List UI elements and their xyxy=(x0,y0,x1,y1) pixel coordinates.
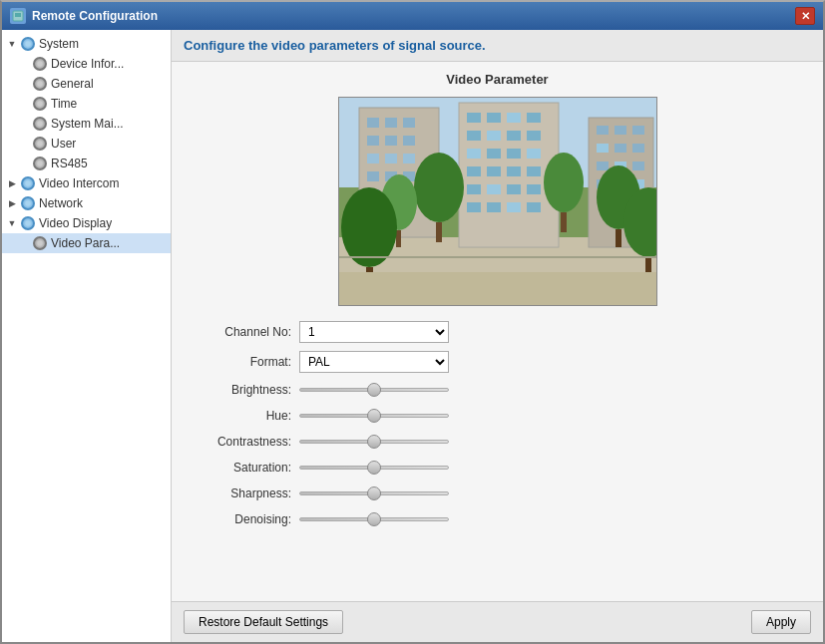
svg-rect-41 xyxy=(527,184,541,194)
slider-label-saturation: Saturation: xyxy=(192,461,291,475)
format-label: Format: xyxy=(192,355,291,369)
slider-label-brightness: Brightness: xyxy=(192,383,291,397)
format-row: Format: PAL NTSC xyxy=(192,351,803,373)
gear-icon-system-main xyxy=(32,116,48,132)
sidebar-item-video-para[interactable]: ▶ Video Para... xyxy=(2,233,171,253)
slider-input-hue[interactable] xyxy=(299,407,449,425)
slider-row-hue: Hue: xyxy=(192,407,803,425)
slider-input-saturation[interactable] xyxy=(299,459,449,477)
svg-rect-23 xyxy=(487,113,501,123)
sidebar-label-general: General xyxy=(51,77,94,91)
header-bar: Configure the video parameters of signal… xyxy=(172,30,823,62)
slider-row-denoising: Denoising: xyxy=(192,510,803,528)
svg-rect-66 xyxy=(616,229,621,247)
svg-rect-50 xyxy=(597,144,609,153)
svg-rect-39 xyxy=(487,184,501,194)
expand-arrow-system: ▼ xyxy=(6,38,18,50)
svg-rect-71 xyxy=(339,272,657,306)
svg-rect-28 xyxy=(507,131,521,141)
svg-rect-1 xyxy=(15,13,21,17)
slider-label-denoising: Denoising: xyxy=(192,512,291,526)
svg-rect-42 xyxy=(467,202,481,212)
slider-row-saturation: Saturation: xyxy=(192,459,803,477)
sidebar-item-network[interactable]: ▶ Network xyxy=(2,193,171,213)
channel-select[interactable]: 1 2 3 4 xyxy=(299,321,449,343)
gear-icon-general xyxy=(32,76,48,92)
globe-icon-video-intercom xyxy=(20,175,36,191)
section-title: Video Parameter xyxy=(192,72,803,87)
svg-rect-30 xyxy=(467,149,481,159)
main-window: Remote Configuration ✕ ▼ System ▶ Device… xyxy=(0,0,825,644)
svg-rect-47 xyxy=(597,126,609,135)
svg-rect-49 xyxy=(632,126,644,135)
sidebar-item-device-info[interactable]: ▶ Device Infor... xyxy=(2,54,171,74)
sidebar-label-video-para: Video Para... xyxy=(51,236,120,250)
window-title: Remote Configuration xyxy=(32,9,158,23)
sidebar-item-video-display[interactable]: ▼ Video Display xyxy=(2,213,171,233)
sidebar-label-time: Time xyxy=(51,97,77,111)
main-panel: Configure the video parameters of signal… xyxy=(172,30,823,642)
sliders-container: Brightness:Hue:Contrastness:Saturation:S… xyxy=(192,381,803,528)
sidebar-label-user: User xyxy=(51,137,76,151)
sidebar-label-device-info: Device Infor... xyxy=(51,57,124,71)
svg-rect-14 xyxy=(403,154,415,163)
expand-arrow-video-intercom: ▶ xyxy=(6,177,18,189)
close-button[interactable]: ✕ xyxy=(795,7,815,25)
sidebar-label-rs485: RS485 xyxy=(51,157,88,170)
sidebar-label-system-main: System Mai... xyxy=(51,117,124,131)
svg-rect-64 xyxy=(396,230,401,247)
slider-input-brightness[interactable] xyxy=(299,381,449,399)
svg-rect-48 xyxy=(615,126,626,135)
svg-rect-29 xyxy=(527,131,541,141)
expand-arrow-network: ▶ xyxy=(6,197,18,209)
svg-point-61 xyxy=(544,153,584,212)
sidebar-label-video-display: Video Display xyxy=(39,216,112,230)
sidebar-item-general[interactable]: ▶ General xyxy=(2,74,171,94)
svg-point-59 xyxy=(414,153,464,222)
slider-input-contrastness[interactable] xyxy=(299,433,449,451)
gear-icon-time xyxy=(32,96,48,112)
slider-container-hue xyxy=(299,407,459,425)
slider-container-brightness xyxy=(299,381,459,399)
svg-rect-51 xyxy=(615,144,626,153)
svg-rect-32 xyxy=(507,149,521,159)
globe-icon-video-display xyxy=(20,215,36,231)
footer: Restore Default Settings Apply xyxy=(172,601,823,642)
sidebar-item-system-main[interactable]: ▶ System Mai... xyxy=(2,114,171,134)
apply-button[interactable]: Apply xyxy=(751,610,811,634)
channel-control: 1 2 3 4 xyxy=(299,321,459,343)
sidebar-item-time[interactable]: ▶ Time xyxy=(2,94,171,114)
svg-rect-13 xyxy=(385,154,397,163)
svg-rect-44 xyxy=(507,202,521,212)
sidebar-item-system[interactable]: ▼ System xyxy=(2,34,171,54)
gear-icon-rs485 xyxy=(32,156,48,171)
svg-rect-52 xyxy=(632,144,644,153)
svg-rect-40 xyxy=(507,184,521,194)
slider-container-contrastness xyxy=(299,433,459,451)
svg-rect-60 xyxy=(436,222,442,242)
sidebar-item-user[interactable]: ▶ User xyxy=(2,134,171,154)
restore-default-button[interactable]: Restore Default Settings xyxy=(184,610,343,634)
slider-container-sharpness xyxy=(299,484,459,502)
slider-label-hue: Hue: xyxy=(192,409,291,423)
svg-rect-35 xyxy=(487,166,501,176)
sidebar-item-rs485[interactable]: ▶ RS485 xyxy=(2,154,171,173)
format-select[interactable]: PAL NTSC xyxy=(299,351,449,373)
expand-arrow-video-display: ▼ xyxy=(6,217,18,229)
sidebar-item-video-intercom[interactable]: ▶ Video Intercom xyxy=(2,173,171,193)
content-area: ▼ System ▶ Device Infor... ▶ General xyxy=(2,30,823,642)
channel-row: Channel No: 1 2 3 4 xyxy=(192,321,803,343)
sidebar-label-system: System xyxy=(39,37,79,51)
svg-rect-12 xyxy=(367,154,379,163)
app-icon xyxy=(10,8,26,24)
svg-rect-38 xyxy=(467,184,481,194)
gear-icon-device-info xyxy=(32,56,48,72)
slider-input-denoising[interactable] xyxy=(299,510,449,528)
svg-rect-36 xyxy=(507,166,521,176)
title-bar: Remote Configuration ✕ xyxy=(2,2,823,30)
video-preview xyxy=(338,97,657,306)
header-text: Configure the video parameters of signal… xyxy=(184,38,486,53)
svg-rect-53 xyxy=(597,161,609,170)
svg-point-67 xyxy=(341,187,397,267)
slider-input-sharpness[interactable] xyxy=(299,484,449,502)
